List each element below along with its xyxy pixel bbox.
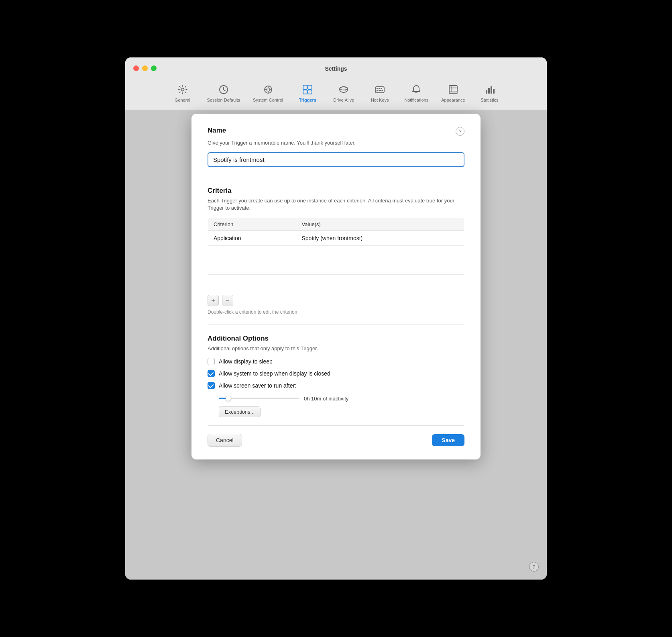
toolbar-drive-label: Drive Alive — [333, 98, 354, 102]
criterion-cell-1: Application — [208, 231, 296, 245]
svg-rect-7 — [308, 90, 312, 94]
display-sleep-checkbox[interactable] — [208, 358, 215, 365]
add-criterion-button[interactable]: + — [208, 295, 219, 306]
screen-saver-checkbox[interactable] — [208, 382, 215, 389]
values-cell-3 — [296, 260, 450, 274]
toolbar-item-statistics[interactable]: Statistics — [472, 81, 508, 105]
app-window: Settings General Session Defaults — [125, 57, 547, 580]
svg-rect-4 — [303, 85, 307, 89]
additional-options-title: Additional Options — [208, 335, 269, 342]
toolbar: General Session Defaults System Control — [125, 78, 547, 110]
toolbar-notif-label: Notifications — [404, 98, 428, 102]
name-section: Name ? Give your Trigger a memorable nam… — [208, 127, 464, 167]
minimize-button[interactable] — [142, 65, 148, 71]
toolbar-item-hot-keys[interactable]: Hot Keys — [362, 81, 398, 105]
col-header-action — [450, 218, 464, 231]
toolbar-appearance-label: Appearance — [441, 98, 465, 102]
statistics-icon — [483, 83, 496, 96]
option-screen-saver: Allow screen saver to run after: — [208, 382, 464, 389]
criterion-cell-2 — [208, 245, 296, 260]
criteria-hint: Double-click a criterion to edit the cri… — [208, 309, 464, 315]
name-section-title: Name — [208, 127, 226, 135]
toolbar-general-label: General — [175, 98, 190, 102]
svg-point-9 — [340, 87, 348, 90]
svg-point-0 — [181, 88, 184, 91]
triggers-icon — [301, 83, 314, 96]
criteria-row-3[interactable] — [208, 260, 464, 274]
slider-row: 0h 10m of inactivity — [219, 396, 464, 402]
window-controls — [133, 65, 157, 71]
display-sleep-label: Allow display to sleep — [219, 358, 273, 365]
criteria-row-4[interactable] — [208, 274, 464, 289]
save-button[interactable]: Save — [432, 434, 464, 446]
remove-criterion-button[interactable]: − — [222, 295, 233, 306]
corner-help-button[interactable]: ? — [529, 562, 539, 572]
close-button[interactable] — [133, 65, 139, 71]
svg-rect-21 — [488, 88, 490, 94]
toolbar-item-system-control[interactable]: System Control — [246, 81, 289, 105]
name-help-button[interactable]: ? — [456, 127, 464, 136]
svg-rect-5 — [308, 85, 312, 89]
svg-rect-15 — [377, 90, 378, 91]
toolbar-triggers-label: Triggers — [299, 98, 316, 102]
exceptions-button[interactable]: Exceptions... — [219, 406, 261, 417]
values-cell-2 — [296, 245, 450, 260]
options-list: Allow display to sleep Allow system to s… — [208, 358, 464, 389]
toolbar-session-label: Session Defaults — [207, 98, 240, 102]
name-section-desc: Give your Trigger a memorable name. You'… — [208, 139, 464, 147]
additional-options-desc: Additional options that only apply to th… — [208, 345, 464, 352]
divider-2 — [208, 325, 464, 325]
system-sleep-label: Allow system to sleep when display is cl… — [219, 370, 330, 377]
drive-alive-icon — [337, 83, 350, 96]
toolbar-item-triggers[interactable]: Triggers — [289, 81, 326, 105]
toolbar-stats-label: Statistics — [481, 98, 498, 102]
criteria-section: Criteria Each Trigger you create can use… — [208, 187, 464, 314]
svg-point-3 — [267, 88, 270, 91]
action-cell-4 — [450, 274, 464, 289]
toolbar-item-appearance[interactable]: Appearance — [435, 81, 471, 105]
session-defaults-icon — [217, 83, 230, 96]
add-remove-row: + − — [208, 295, 464, 306]
col-header-values: Value(s) — [296, 218, 450, 231]
inactivity-value-label: 0h 10m of inactivity — [304, 396, 348, 402]
criterion-cell-3 — [208, 260, 296, 274]
svg-rect-19 — [449, 92, 457, 94]
system-control-icon — [262, 83, 275, 96]
title-bar: Settings — [125, 57, 547, 78]
modal-dialog: Name ? Give your Trigger a memorable nam… — [191, 114, 481, 459]
criteria-row-2[interactable] — [208, 245, 464, 260]
col-header-criterion: Criterion — [208, 218, 296, 231]
svg-rect-17 — [382, 90, 383, 91]
criteria-row-1[interactable]: Application Spotify (when frontmost) — [208, 231, 464, 245]
toolbar-item-general[interactable]: General — [165, 81, 201, 105]
general-icon — [176, 83, 189, 96]
criteria-table: Criterion Value(s) Application Spotify (… — [208, 218, 464, 289]
svg-rect-16 — [379, 90, 381, 91]
criteria-section-title: Criteria — [208, 187, 232, 194]
maximize-button[interactable] — [151, 65, 157, 71]
additional-options-section: Additional Options Additional options th… — [208, 335, 464, 417]
notifications-icon — [410, 83, 423, 96]
cancel-button[interactable]: Cancel — [208, 434, 242, 447]
action-cell-1 — [450, 231, 464, 245]
svg-rect-12 — [377, 88, 378, 89]
svg-rect-18 — [449, 86, 457, 92]
svg-rect-20 — [486, 90, 487, 94]
svg-rect-11 — [375, 87, 384, 93]
appearance-icon — [447, 83, 460, 96]
values-cell-4 — [296, 274, 450, 289]
toolbar-item-drive-alive[interactable]: Drive Alive — [326, 81, 362, 105]
system-sleep-checkbox[interactable] — [208, 370, 215, 377]
hot-keys-icon — [373, 83, 386, 96]
window-title: Settings — [325, 65, 347, 72]
option-system-sleep: Allow system to sleep when display is cl… — [208, 370, 464, 377]
trigger-name-input[interactable] — [208, 152, 464, 167]
criterion-cell-4 — [208, 274, 296, 289]
action-cell-2 — [450, 245, 464, 260]
svg-rect-13 — [379, 88, 380, 89]
toolbar-item-session-defaults[interactable]: Session Defaults — [201, 81, 247, 105]
toolbar-item-notifications[interactable]: Notifications — [398, 81, 435, 105]
toolbar-system-label: System Control — [253, 98, 283, 102]
criteria-section-desc: Each Trigger you create can use up to on… — [208, 197, 464, 212]
inactivity-slider-thumb[interactable] — [226, 396, 231, 401]
